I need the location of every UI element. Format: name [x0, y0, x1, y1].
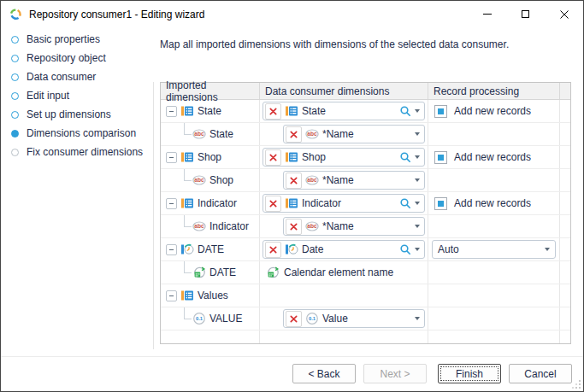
consumer-dimension-combo[interactable]: State: [263, 102, 425, 120]
red-x-icon: [268, 199, 278, 208]
remove-mapping-button[interactable]: [286, 311, 302, 327]
add-new-records-checkbox[interactable]: [434, 197, 447, 210]
remove-mapping-button[interactable]: [286, 219, 302, 235]
remove-mapping-button[interactable]: [265, 103, 281, 120]
back-button[interactable]: < Back: [292, 364, 356, 383]
chevron-down-icon[interactable]: [415, 109, 420, 113]
step-bullet-icon: [11, 149, 19, 156]
collapse-toggle[interactable]: [166, 244, 177, 255]
dimension-icon: [180, 150, 194, 164]
consumer-dimension-combo[interactable]: Shop: [263, 148, 425, 167]
search-icon[interactable]: [399, 151, 411, 163]
remove-mapping-button[interactable]: [265, 196, 281, 212]
wizard-footer: < Back Next > Finish Cancel: [292, 364, 572, 383]
chevron-down-icon[interactable]: [415, 132, 420, 136]
consumer-dimension-combo[interactable]: Date: [263, 240, 425, 259]
step-bullet-icon: [11, 55, 19, 62]
sidebar-item-fix-consumer-dimensions[interactable]: Fix consumer dimensions: [1, 143, 153, 161]
sidebar-item-edit-input[interactable]: Edit input: [1, 86, 153, 105]
table-row-date-element: DATE Calendar element name: [161, 261, 570, 284]
column-header-data-consumer-dimensions: Data consumer dimensions: [260, 83, 428, 99]
consumer-attribute-combo[interactable]: *Name: [283, 171, 425, 190]
step-label: Set up dimensions: [27, 108, 111, 120]
chevron-down-icon[interactable]: [415, 248, 420, 251]
collapse-toggle[interactable]: [166, 106, 177, 117]
cancel-button[interactable]: Cancel: [509, 364, 572, 383]
step-bullet-icon: [11, 111, 19, 119]
collapse-toggle[interactable]: [166, 290, 177, 301]
table-row-indicator: Indicator Indicator Add new records: [161, 192, 570, 215]
chevron-down-icon[interactable]: [415, 225, 420, 228]
chevron-down-icon[interactable]: [415, 317, 420, 320]
table-row-shop: Shop Shop Add new records: [161, 146, 570, 169]
consumer-dimension-combo[interactable]: Indicator: [263, 194, 425, 213]
collapse-toggle[interactable]: [166, 198, 177, 209]
sidebar-divider: [153, 82, 154, 349]
table-row-value: VALUE Value: [161, 307, 570, 331]
consumer-attribute-combo[interactable]: *Name: [283, 125, 425, 143]
chevron-down-icon[interactable]: [415, 178, 420, 182]
sidebar-item-basic-properties[interactable]: Basic properties: [1, 30, 153, 49]
sidebar-item-repository-object[interactable]: Repository object: [1, 49, 153, 67]
maximize-button[interactable]: [506, 1, 545, 27]
text-attribute-icon: [192, 173, 206, 187]
imported-attribute-label: VALUE: [209, 313, 242, 325]
red-x-icon: [268, 107, 278, 116]
consumer-attribute-value: Calendar element name: [284, 266, 393, 278]
add-new-records-checkbox[interactable]: [434, 105, 447, 118]
red-x-icon: [289, 314, 298, 324]
sidebar-item-set-up-dimensions[interactable]: Set up dimensions: [1, 105, 153, 124]
red-x-icon: [268, 153, 278, 162]
consumer-dimension-value: Date: [302, 243, 323, 255]
consumer-attribute-combo[interactable]: *Name: [283, 217, 425, 236]
dimension-icon: [180, 104, 194, 118]
sidebar-item-data-consumer[interactable]: Data consumer: [1, 67, 153, 86]
red-x-icon: [268, 245, 278, 255]
collapse-toggle[interactable]: [166, 152, 177, 163]
imported-attribute-label: Shop: [209, 174, 233, 186]
chevron-down-icon[interactable]: [415, 202, 420, 205]
remove-mapping-button[interactable]: [265, 242, 281, 258]
imported-dimension-label: DATE: [198, 243, 224, 255]
remove-mapping-button[interactable]: [286, 126, 302, 143]
close-icon: [560, 10, 569, 19]
calendar-dimension-icon: [285, 243, 298, 256]
step-label: Repository object: [27, 52, 106, 64]
imported-dimension-label: Values: [198, 290, 228, 301]
remove-mapping-button[interactable]: [286, 173, 302, 189]
remove-mapping-button[interactable]: [265, 149, 281, 166]
table-row-indicator-name: Indicator *Name: [161, 215, 570, 238]
table-header-row: Imported dimensions Data consumer dimens…: [161, 83, 570, 100]
close-button[interactable]: [545, 1, 583, 27]
record-processing-dropdown[interactable]: Auto: [432, 240, 556, 259]
resize-grip[interactable]: [572, 380, 581, 389]
step-label: Edit input: [27, 90, 69, 102]
minimize-button[interactable]: [468, 1, 506, 27]
minimize-icon: [483, 14, 492, 15]
dimension-icon: [180, 196, 194, 210]
text-attribute-icon: [305, 127, 319, 141]
imported-attribute-label: State: [209, 128, 233, 140]
finish-button[interactable]: Finish: [438, 364, 501, 383]
table-row-state-name: State *Name: [161, 123, 570, 146]
calendar-element-icon: [192, 266, 206, 279]
red-x-icon: [289, 222, 298, 231]
table-row-date: DATE Date Auto: [161, 238, 570, 261]
consumer-dimension-value: Indicator: [302, 197, 341, 209]
table-empty-row: [161, 331, 570, 343]
imported-attribute-label: Indicator: [209, 220, 249, 232]
chevron-down-icon[interactable]: [545, 248, 550, 251]
search-icon[interactable]: [399, 243, 411, 255]
header-gutter: [560, 83, 570, 99]
checkbox-label: Add new records: [454, 151, 531, 163]
chevron-down-icon[interactable]: [415, 155, 420, 159]
search-icon[interactable]: [399, 105, 411, 117]
add-new-records-checkbox[interactable]: [434, 151, 447, 164]
checkbox-label: Add new records: [454, 197, 531, 209]
calendar-element-icon: [266, 266, 280, 279]
dimension-icon: [285, 196, 298, 210]
imported-dimension-label: Shop: [198, 151, 221, 163]
sidebar-item-dimensions-comparison[interactable]: Dimensions comparison: [1, 124, 153, 143]
consumer-attribute-combo[interactable]: Value: [283, 309, 425, 328]
search-icon[interactable]: [399, 197, 411, 209]
